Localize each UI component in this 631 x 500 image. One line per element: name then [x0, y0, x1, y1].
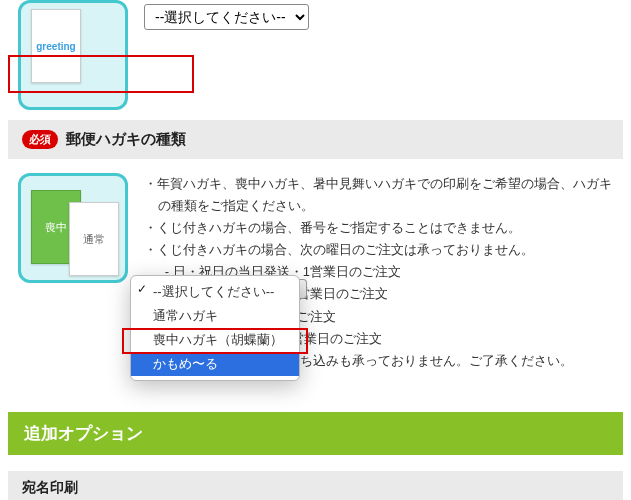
greeting-type-select[interactable]: --選択してください--	[144, 4, 309, 30]
dropdown-option-placeholder[interactable]: --選択してください--	[131, 280, 299, 304]
required-badge: 必須	[22, 130, 58, 149]
dropdown-option-kamome[interactable]: かもめ〜る	[131, 352, 299, 376]
section-addon: 追加オプション	[8, 412, 623, 455]
postcard-type-dropdown: --選択してください-- 通常ハガキ 喪中ハガキ（胡蝶蘭） かもめ〜る	[130, 275, 300, 381]
section-postcard-type: 必須 郵便ハガキの種類	[8, 120, 623, 159]
subsection-address-print: 宛名印刷	[8, 471, 623, 500]
postcard-type-thumb: 喪中 通常	[18, 173, 128, 283]
dropdown-option-mourning[interactable]: 喪中ハガキ（胡蝶蘭）	[131, 328, 299, 352]
section-title: 郵便ハガキの種類	[66, 130, 186, 149]
dropdown-option-normal[interactable]: 通常ハガキ	[131, 304, 299, 328]
greeting-thumb: greeting	[18, 0, 128, 110]
